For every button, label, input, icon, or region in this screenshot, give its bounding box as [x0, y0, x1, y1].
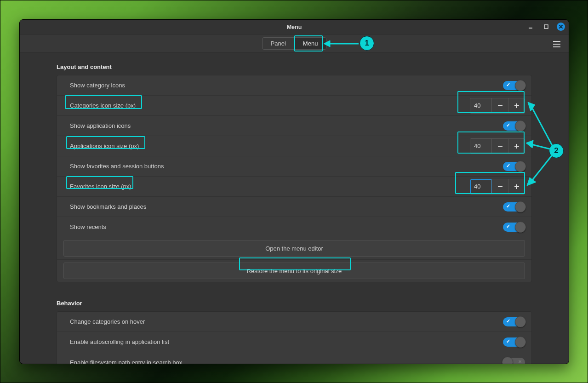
view-switcher: Panel Menu [262, 37, 327, 50]
spin-favorites-icon-size [470, 179, 525, 194]
row-open-menu-editor: Open the menu editor [57, 237, 531, 260]
toggle-change-on-hover[interactable] [503, 317, 525, 326]
restore-menu-size-button[interactable]: Restore the menu to its original size [63, 263, 525, 279]
svg-rect-2 [498, 105, 502, 106]
layout-panel: Show category icons Categories icon size… [57, 75, 532, 282]
label-favorites-icon-size: Favorites icon size (px) [70, 183, 131, 190]
row-show-category-icons: Show category icons [57, 75, 531, 96]
toggle-fspath[interactable] [503, 358, 525, 364]
label-applications-icon-size: Applications icon size (px) [70, 143, 139, 149]
open-menu-editor-button[interactable]: Open the menu editor [63, 240, 525, 257]
row-favorites-icon-size: Favorites icon size (px) [57, 177, 531, 197]
row-categories-icon-size: Categories icon size (px) [57, 96, 531, 116]
content-area: Layout and content Show category icons C… [20, 52, 569, 364]
row-show-recents: Show recents [57, 217, 531, 237]
toggle-show-recents[interactable] [503, 223, 525, 232]
input-categories-icon-size[interactable] [470, 98, 491, 113]
label-change-on-hover: Change categories on hover [70, 318, 145, 325]
row-autoscroll: Enable autoscrolling in application list [57, 332, 531, 352]
row-restore-size: Restore the menu to its original size [57, 260, 531, 282]
label-show-recents: Show recents [70, 223, 106, 230]
label-fspath: Enable filesystem path entry in search b… [70, 359, 182, 364]
minus-applications-icon-size[interactable] [491, 139, 508, 154]
label-categories-icon-size: Categories icon size (px) [70, 102, 136, 109]
window-title: Menu [287, 24, 302, 30]
label-show-app-icons: Show application icons [70, 122, 131, 129]
plus-favorites-icon-size[interactable] [508, 179, 525, 194]
row-show-app-icons: Show application icons [57, 116, 531, 136]
tab-panel[interactable]: Panel [263, 38, 294, 49]
minus-favorites-icon-size[interactable] [491, 179, 508, 194]
maximize-button[interactable] [541, 22, 551, 32]
toggle-autoscroll[interactable] [503, 337, 525, 347]
toggle-show-bookmarks[interactable] [503, 202, 525, 212]
annot-callout-1: 1 [360, 36, 374, 51]
window-controls [525, 22, 565, 32]
row-fspath: Enable filesystem path entry in search b… [57, 352, 531, 364]
spin-applications-icon-size [470, 138, 525, 154]
row-change-on-hover: Change categories on hover [57, 312, 531, 332]
row-applications-icon-size: Applications icon size (px) [57, 136, 531, 156]
hamburger-menu-icon[interactable] [551, 39, 562, 50]
svg-rect-8 [498, 186, 502, 187]
section-layout-title: Layout and content [57, 63, 532, 70]
plus-applications-icon-size[interactable] [508, 139, 525, 154]
header-bar: Panel Menu [20, 34, 569, 52]
plus-categories-icon-size[interactable] [508, 98, 525, 113]
settings-window: Menu Panel Menu Layout and content Show … [19, 19, 569, 364]
minus-categories-icon-size[interactable] [491, 98, 508, 113]
toggle-show-favorites[interactable] [503, 162, 525, 171]
annot-callout-2: 2 [549, 143, 564, 158]
svg-rect-1 [544, 25, 548, 29]
toggle-show-app-icons[interactable] [503, 121, 525, 131]
toggle-show-category-icons[interactable] [503, 81, 525, 90]
behavior-panel: Change categories on hover Enable autosc… [57, 311, 532, 364]
svg-rect-7 [516, 144, 517, 149]
input-favorites-icon-size[interactable] [470, 179, 491, 194]
spin-categories-icon-size [470, 98, 525, 114]
row-show-favorites: Show favorites and session buttons [57, 156, 531, 177]
row-show-bookmarks: Show bookmarks and places [57, 197, 531, 217]
svg-rect-4 [516, 103, 517, 108]
label-show-category-icons: Show category icons [70, 82, 125, 89]
label-show-favorites: Show favorites and session buttons [70, 163, 164, 170]
svg-rect-5 [498, 146, 502, 147]
minimize-button[interactable] [525, 22, 536, 32]
titlebar[interactable]: Menu [20, 20, 569, 34]
input-applications-icon-size[interactable] [470, 139, 491, 154]
label-show-bookmarks: Show bookmarks and places [70, 203, 146, 210]
svg-rect-0 [529, 28, 532, 29]
svg-rect-10 [516, 184, 517, 189]
tab-menu[interactable]: Menu [294, 38, 326, 49]
section-behavior-title: Behavior [57, 300, 532, 307]
close-button[interactable] [557, 23, 565, 31]
label-autoscroll: Enable autoscrolling in application list [70, 338, 169, 345]
